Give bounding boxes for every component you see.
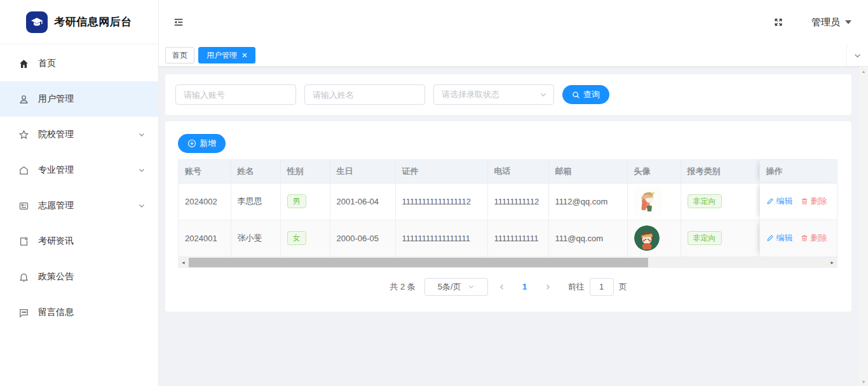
- edit-label: 编辑: [776, 232, 793, 244]
- select-placeholder: 请选择录取状态: [442, 89, 539, 100]
- cell-id-card: 11111111111111111: [395, 220, 487, 256]
- scroll-up-arrow-icon[interactable]: ▴: [862, 67, 865, 76]
- name-search-input[interactable]: [304, 84, 425, 105]
- col-account: 账号: [179, 160, 231, 183]
- sidebar-item-label: 政策公告: [38, 271, 146, 283]
- goto-page-input[interactable]: [590, 278, 614, 296]
- sidebar: 考研信息网后台 首页 用户管理: [0, 0, 159, 386]
- cell-account: 2024002: [179, 183, 231, 220]
- sidebar-item-label: 考研资讯: [38, 236, 146, 247]
- news-icon: [18, 236, 29, 247]
- scrollbar-thumb[interactable]: [189, 258, 648, 267]
- col-birthday: 生日: [330, 160, 395, 183]
- tab-user-management[interactable]: 用户管理: [198, 47, 255, 63]
- sidebar-item-label: 用户管理: [38, 93, 146, 105]
- pagination: 共 2 条 5条/页 1 前往: [178, 268, 839, 306]
- sidebar-item-home[interactable]: 首页: [0, 46, 158, 81]
- sidebar-item-colleges[interactable]: 院校管理: [0, 117, 158, 152]
- cell-birthday: 2001-06-04: [330, 183, 395, 220]
- gender-tag: 男: [287, 194, 306, 208]
- content-area: 请选择录取状态 查询: [159, 67, 868, 386]
- close-tab-icon[interactable]: [242, 53, 247, 58]
- collapse-sidebar-icon[interactable]: [173, 17, 184, 28]
- filter-card: 请选择录取状态 查询: [165, 74, 851, 115]
- col-id-card: 证件: [395, 160, 487, 183]
- trash-icon: [801, 197, 808, 205]
- search-button[interactable]: 查询: [562, 85, 609, 104]
- col-gender: 性别: [280, 160, 330, 183]
- tab-home[interactable]: 首页: [165, 47, 194, 63]
- chevron-down-icon: [138, 202, 146, 210]
- scroll-down-arrow-icon[interactable]: ▾: [862, 377, 865, 386]
- avatar-image: [634, 187, 674, 215]
- chevron-down-icon: [539, 91, 547, 98]
- prev-page-icon[interactable]: [493, 278, 511, 296]
- edit-button[interactable]: 编辑: [766, 196, 793, 207]
- cell-email: 1112@qq.com: [548, 183, 627, 220]
- tab-label: 首页: [172, 50, 187, 61]
- user-icon: [18, 93, 29, 105]
- edit-button[interactable]: 编辑: [766, 232, 793, 244]
- pencil-icon: [766, 234, 774, 242]
- bell-icon: [18, 271, 29, 283]
- star-icon: [18, 129, 29, 140]
- sidebar-item-news[interactable]: 考研资讯: [0, 223, 158, 259]
- col-name: 姓名: [231, 160, 280, 183]
- page-number-1[interactable]: 1: [516, 278, 534, 296]
- chat-bubble-icon: [18, 307, 29, 318]
- page-size-select[interactable]: 5条/页: [424, 278, 488, 296]
- cell-account: 2024001: [179, 220, 231, 256]
- sidebar-item-notices[interactable]: 政策公告: [0, 259, 158, 295]
- sidebar-item-applications[interactable]: 志愿管理: [0, 188, 158, 223]
- col-category: 报考类别: [681, 160, 759, 183]
- cell-birthday: 2000-06-05: [330, 220, 395, 256]
- trash-icon: [801, 234, 808, 242]
- next-page-icon[interactable]: [539, 278, 557, 296]
- col-email: 邮箱: [548, 160, 627, 183]
- account-search-input[interactable]: [175, 84, 296, 105]
- app-title: 考研信息网后台: [54, 15, 132, 29]
- scroll-left-arrow-icon[interactable]: ◂: [178, 257, 189, 268]
- col-phone: 电话: [487, 160, 548, 183]
- plus-circle-icon: [187, 139, 196, 148]
- home-icon: [18, 58, 29, 69]
- cell-email: 111@qq.com: [548, 220, 627, 256]
- user-name: 管理员: [811, 17, 840, 29]
- header-right: 管理员: [773, 17, 851, 29]
- app-root: 考研信息网后台 首页 用户管理: [0, 0, 868, 386]
- sidebar-item-majors[interactable]: 专业管理: [0, 152, 158, 188]
- sidebar-item-label: 首页: [38, 58, 146, 69]
- delete-label: 删除: [811, 232, 827, 244]
- sidebar-item-messages[interactable]: 留言信息: [0, 295, 158, 330]
- col-actions: 操作: [759, 160, 837, 183]
- sidebar-item-label: 专业管理: [38, 164, 138, 176]
- col-avatar: 头像: [627, 160, 681, 183]
- window-vertical-scrollbar[interactable]: ▴ ▾: [859, 67, 868, 386]
- delete-button[interactable]: 删除: [801, 232, 827, 244]
- admission-status-select[interactable]: 请选择录取状态: [433, 84, 554, 105]
- table-row: 2024001 张小斐 女 2000-06-05 111111111111111…: [179, 220, 837, 256]
- table-row: 2024002 李思思 男 2001-06-04 111111111111111…: [179, 183, 837, 220]
- scrollbar-track[interactable]: [189, 257, 827, 268]
- add-button[interactable]: 新增: [178, 134, 226, 153]
- sidebar-item-label: 留言信息: [38, 307, 146, 318]
- chevron-down-icon: [138, 166, 146, 174]
- search-button-label: 查询: [583, 89, 600, 100]
- add-button-label: 新增: [200, 138, 216, 149]
- caret-down-icon: [845, 20, 851, 24]
- tab-label: 用户管理: [207, 50, 237, 61]
- graduation-cap-logo-icon: [26, 11, 48, 33]
- table-horizontal-scrollbar[interactable]: ◂ ▸: [178, 257, 837, 268]
- users-table: 账号 姓名 性别 生日 证件 电话 邮箱 头像 报考类别 操作: [178, 159, 837, 257]
- gender-tag: 女: [287, 231, 306, 245]
- tab-options-chevron-icon[interactable]: [846, 44, 868, 66]
- goto-label: 前往: [568, 281, 585, 293]
- cell-name: 李思思: [231, 183, 280, 220]
- logo-row: 考研信息网后台: [0, 0, 158, 44]
- fullscreen-icon[interactable]: [773, 17, 783, 27]
- delete-button[interactable]: 删除: [801, 196, 827, 207]
- sidebar-item-users[interactable]: 用户管理: [0, 81, 158, 117]
- scroll-right-arrow-icon[interactable]: ▸: [827, 257, 837, 268]
- user-menu[interactable]: 管理员: [811, 17, 851, 29]
- search-icon: [572, 91, 580, 99]
